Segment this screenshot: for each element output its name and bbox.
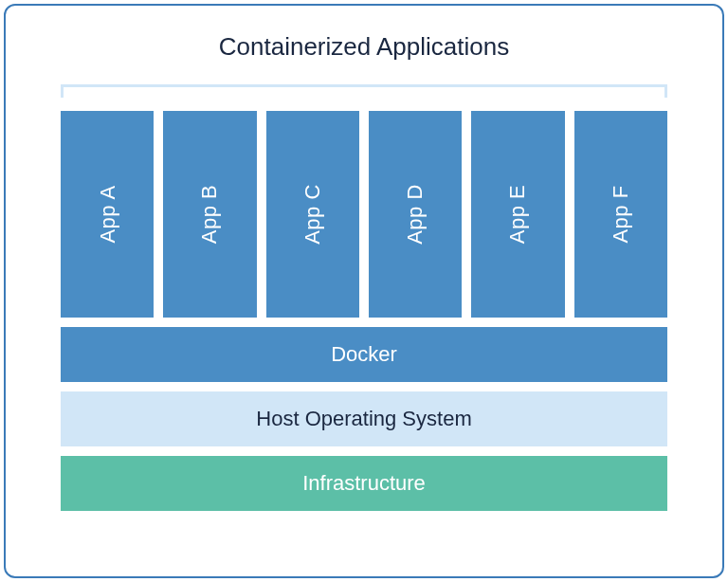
app-box-f: App F (574, 111, 667, 318)
app-box-b: App B (163, 111, 256, 318)
apps-bracket (61, 84, 667, 98)
diagram-title: Containerized Applications (61, 32, 667, 62)
app-box-a: App A (61, 111, 154, 318)
architecture-diagram: Containerized Applications App A App B A… (4, 4, 724, 578)
docker-layer: Docker (61, 327, 667, 382)
app-box-e: App E (471, 111, 564, 318)
app-label: App C (300, 184, 325, 245)
app-label: App B (197, 185, 222, 244)
app-box-c: App C (266, 111, 359, 318)
app-label: App A (95, 185, 119, 243)
app-label: App D (403, 184, 428, 245)
infrastructure-layer: Infrastructure (61, 456, 667, 511)
host-os-layer: Host Operating System (61, 391, 667, 446)
apps-row: App A App B App C App D App E App F (61, 111, 667, 318)
app-box-d: App D (369, 111, 462, 318)
app-label: App F (609, 185, 633, 243)
app-label: App E (505, 185, 530, 244)
